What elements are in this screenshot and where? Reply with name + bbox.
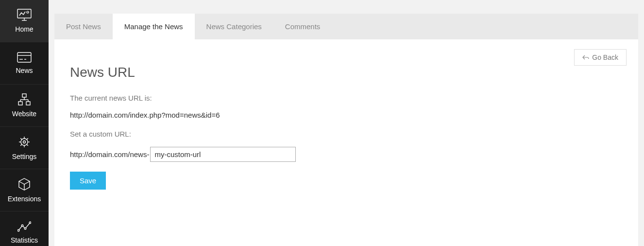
sidebar: Home News (0, 0, 49, 246)
svg-rect-10 (26, 102, 30, 105)
sidebar-item-label: Extensions (8, 195, 41, 203)
svg-line-22 (27, 144, 28, 146)
main: Post News Manage the News News Categorie… (49, 0, 644, 246)
svg-point-16 (23, 141, 26, 143)
svg-point-15 (21, 139, 28, 145)
svg-point-29 (24, 228, 26, 229)
svg-rect-8 (22, 94, 26, 97)
svg-rect-4 (17, 53, 31, 62)
go-back-button[interactable]: Go Back (574, 49, 627, 66)
tabs: Post News Manage the News News Categorie… (54, 14, 638, 39)
current-url-value: http://domain.com/index.php?mod=news&id=… (70, 111, 623, 119)
gear-icon (17, 135, 31, 149)
sidebar-item-settings[interactable]: Settings (0, 127, 49, 169)
save-button[interactable]: Save (70, 172, 106, 190)
cube-icon (17, 177, 31, 191)
custom-url-label: Set a custom URL: (70, 130, 623, 138)
svg-line-23 (27, 138, 28, 140)
sidebar-item-website[interactable]: Website (0, 85, 49, 127)
line-chart-icon (17, 221, 31, 232)
sidebar-item-label: Home (15, 25, 33, 33)
tab-comments[interactable]: Comments (273, 14, 332, 39)
tab-manage-news[interactable]: Manage the News (113, 14, 195, 39)
sidebar-item-label: Website (12, 110, 36, 118)
back-arrow-icon (582, 54, 589, 60)
page-title: News URL (70, 65, 623, 80)
sidebar-item-label: Settings (12, 153, 37, 160)
custom-url-input[interactable] (150, 147, 296, 162)
svg-line-21 (20, 138, 22, 140)
sidebar-item-home[interactable]: Home (0, 0, 49, 42)
svg-point-3 (27, 11, 29, 13)
sidebar-item-statistics[interactable]: Statistics (0, 211, 49, 246)
monitor-chart-icon (17, 9, 32, 21)
sidebar-item-label: News (16, 67, 33, 74)
svg-line-24 (20, 144, 22, 146)
current-url-label: The current news URL is: (70, 94, 623, 102)
svg-point-27 (17, 229, 19, 231)
custom-url-prefix: http://domain.com/news- (70, 150, 149, 158)
card-icon (17, 52, 32, 63)
sidebar-item-label: Statistics (11, 236, 38, 244)
tab-news-categories[interactable]: News Categories (195, 14, 273, 39)
sidebar-item-extensions[interactable]: Extensions (0, 169, 49, 211)
svg-rect-9 (18, 102, 22, 105)
go-back-label: Go Back (592, 53, 618, 61)
sidebar-item-news[interactable]: News (0, 42, 49, 85)
custom-url-row: http://domain.com/news- (70, 147, 623, 162)
svg-point-30 (29, 222, 31, 224)
svg-point-28 (21, 225, 23, 227)
content: Go Back News URL The current news URL is… (54, 39, 638, 246)
tab-post-news[interactable]: Post News (54, 14, 113, 39)
sitemap-icon (17, 93, 31, 106)
